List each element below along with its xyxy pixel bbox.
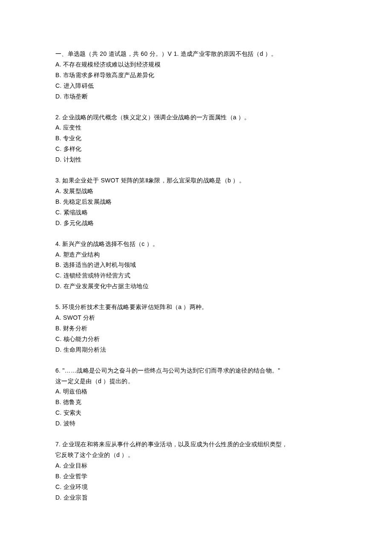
question-stem: 4. 新兴产业的战略选择不包括（c ）。 <box>55 239 337 249</box>
option-b: B. 德鲁克 <box>55 397 337 408</box>
question-3: 3. 如果企业处于 SWOT 矩阵的第Ⅱ象限，那么宜采取的战略是（b ）。 A.… <box>55 175 337 228</box>
option-d: D. 波特 <box>55 418 337 429</box>
question-stem-line1: 7. 企业现在和将来应从事什么样的事业活动，以及应成为什么性质的企业或组织类型， <box>55 439 337 450</box>
option-d: D. 企业宗旨 <box>55 492 337 503</box>
question-stem-line1: 6. "……战略是公司为之奋斗的一些终点与公司为达到它们而寻求的途径的结合物。" <box>55 365 337 376</box>
option-b: B. 财务分析 <box>55 323 337 334</box>
option-c: C. 紧缩战略 <box>55 207 337 218</box>
option-c: C. 安索夫 <box>55 408 337 418</box>
question-7: 7. 企业现在和将来应从事什么样的事业活动，以及应成为什么性质的企业或组织类型，… <box>55 439 337 503</box>
option-b: B. 企业哲学 <box>55 471 337 482</box>
question-4: 4. 新兴产业的战略选择不包括（c ）。 A. 塑造产业结构 B. 选择适当的进… <box>55 239 337 292</box>
option-c: C. 进入障碍低 <box>55 81 337 91</box>
option-d: D. 计划性 <box>55 154 337 165</box>
option-c: C. 企业环境 <box>55 482 337 492</box>
question-1: 一、单选题（共 20 道试题，共 60 分。）V 1. 造成产业零散的原因不包括… <box>55 49 337 102</box>
option-d: D. 市场垄断 <box>55 91 337 102</box>
option-c: C. 核心能力分析 <box>55 334 337 344</box>
option-a: A. 发展型战略 <box>55 186 337 197</box>
option-b: B. 市场需求多样导致高度产品差异化 <box>55 70 337 81</box>
option-a: A. 明兹伯格 <box>55 386 337 397</box>
question-stem: 3. 如果企业处于 SWOT 矩阵的第Ⅱ象限，那么宜采取的战略是（b ）。 <box>55 175 337 186</box>
option-d: D. 生命周期分析法 <box>55 344 337 355</box>
option-a: A. SWOT 分析 <box>55 312 337 323</box>
question-5: 5. 环境分析技术主要有战略要素评估矩阵和（a ）两种。 A. SWOT 分析 … <box>55 302 337 355</box>
section-header: 一、单选题（共 20 道试题，共 60 分。）V 1. 造成产业零散的原因不包括… <box>55 49 337 59</box>
option-a: A. 企业目标 <box>55 460 337 471</box>
option-b: B. 选择适当的进入时机与领域 <box>55 260 337 270</box>
option-c: C. 多样化 <box>55 144 337 154</box>
option-c: C. 连锁经营或特许经营方式 <box>55 270 337 281</box>
option-b: B. 专业化 <box>55 133 337 144</box>
question-2: 2. 企业战略的现代概念（狭义定义）强调企业战略的一方面属性（a ）。 A. 应… <box>55 112 337 165</box>
option-a: A. 不存在规模经济或难以达到经济规模 <box>55 59 337 70</box>
question-stem: 5. 环境分析技术主要有战略要素评估矩阵和（a ）两种。 <box>55 302 337 312</box>
option-a: A. 塑造产业结构 <box>55 249 337 260</box>
document-page: 一、单选题（共 20 道试题，共 60 分。）V 1. 造成产业零散的原因不包括… <box>0 0 392 529</box>
question-stem: 2. 企业战略的现代概念（狭义定义）强调企业战略的一方面属性（a ）。 <box>55 112 337 123</box>
option-d: D. 多元化战略 <box>55 218 337 228</box>
question-6: 6. "……战略是公司为之奋斗的一些终点与公司为达到它们而寻求的途径的结合物。"… <box>55 365 337 429</box>
option-d: D. 在产业发展变化中占据主动地位 <box>55 281 337 292</box>
option-b: B. 先稳定后发展战略 <box>55 197 337 207</box>
question-stem-line2: 它反映了这个企业的（d ）。 <box>55 450 337 460</box>
option-a: A. 应变性 <box>55 122 337 133</box>
question-stem-line2: 这一定义是由（d ）提出的。 <box>55 376 337 387</box>
